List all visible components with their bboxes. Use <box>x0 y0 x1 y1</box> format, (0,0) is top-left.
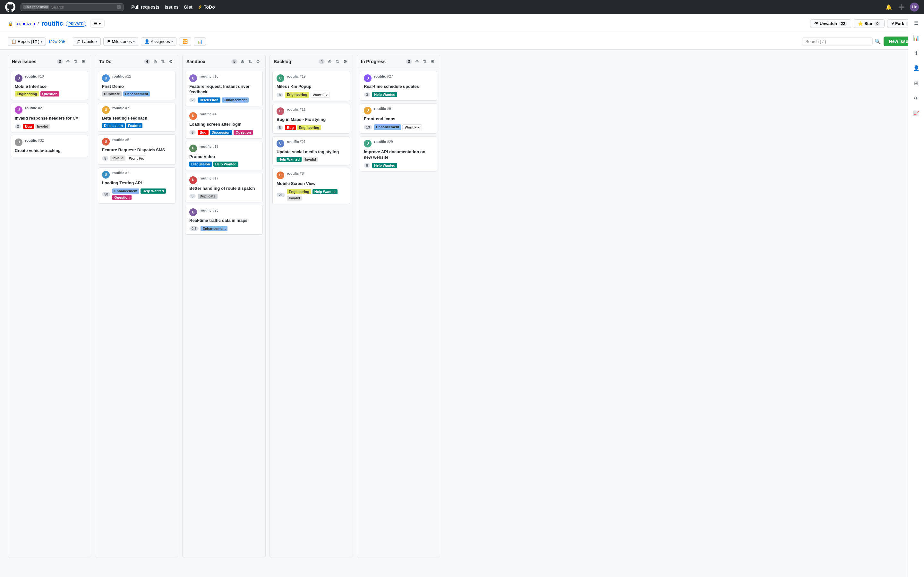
card-labels-card-11: BugEngineering <box>285 125 321 130</box>
list-icon: ☰ <box>94 21 97 26</box>
column-sort-btn-2[interactable]: ⇅ <box>247 58 254 65</box>
card-meta-card-27: routific #27 <box>374 74 393 78</box>
column-settings-btn-1[interactable]: ⚙ <box>168 58 174 65</box>
star-btn[interactable]: ⭐ Star 0 <box>854 19 885 28</box>
card-count-card-29: 8 <box>364 163 370 168</box>
global-search-box[interactable]: This repository / <box>21 3 124 11</box>
label-bug: Bug <box>198 130 208 135</box>
fork-icon: ⑂ <box>891 21 894 26</box>
card-title-card-27: Real-time schedule updates <box>364 84 433 89</box>
card-badge-row-card-4: 5 BugDiscussionQuestion <box>189 130 258 135</box>
card-avatar-card-4: U <box>189 112 197 120</box>
issue-card-card-10[interactable]: U routific #10 Mobile Interface Engineer… <box>11 71 88 100</box>
card-header-card-9: U routific #9 <box>364 107 433 114</box>
issue-card-card-13[interactable]: U routific #13 Promo Video DiscussionHel… <box>185 141 263 170</box>
issues-search-input[interactable] <box>802 37 873 46</box>
assignees-caret-icon: ▾ <box>171 40 173 43</box>
issue-card-card-4[interactable]: U routific #4 Loading screen after login… <box>185 109 263 139</box>
top-nav: This repository / Pull requests Issues G… <box>0 0 924 14</box>
repo-owner-link[interactable]: axiomzen <box>16 21 35 26</box>
label-enhancement: Enhancement <box>222 97 249 103</box>
card-title-card-11: Bug in Maps - Fix styling <box>276 117 346 122</box>
assignees-label: Assignees <box>151 39 170 44</box>
column-settings-btn-2[interactable]: ⚙ <box>255 58 262 65</box>
card-badge-row-card-17: 5 Duplicate <box>189 193 258 199</box>
issue-card-card-12[interactable]: U routific #12 First Demo DuplicateEnhan… <box>98 71 176 100</box>
global-search-input[interactable] <box>51 5 115 10</box>
card-count-card-16: 2 <box>189 98 196 102</box>
show-one-link[interactable]: show one <box>48 39 65 44</box>
sidebar-linechart-btn[interactable]: 📈 <box>911 108 921 118</box>
milestones-caret-icon: ▾ <box>133 40 135 43</box>
column-sort-btn-0[interactable]: ⇅ <box>73 58 79 65</box>
column-add-btn-4[interactable]: ⊕ <box>414 58 420 65</box>
notifications-btn[interactable]: 🔔 <box>884 3 893 11</box>
issue-card-card-32[interactable]: U routific #32 Create vehicle-tracking <box>11 135 88 157</box>
issue-card-card-19[interactable]: U routific #19 Miles / Km Popup 8 Engine… <box>272 71 350 101</box>
label-discussion: Discussion <box>189 161 212 167</box>
new-item-btn[interactable]: ➕ <box>897 3 906 11</box>
labels-btn[interactable]: 🏷 Labels ▾ <box>73 37 100 46</box>
column-add-btn-0[interactable]: ⊕ <box>65 58 71 65</box>
chart-icon-btn[interactable]: 📊 <box>194 37 206 46</box>
nav-link-gist[interactable]: Gist <box>184 5 192 10</box>
sidebar-info-btn[interactable]: ℹ <box>913 50 919 58</box>
column-add-btn-1[interactable]: ⊕ <box>152 58 158 65</box>
issue-card-card-1[interactable]: U routific #1 Loading Testing API 50 Enh… <box>98 167 176 203</box>
issue-card-card-16[interactable]: U routific #16 Feature request: Instant … <box>185 71 263 106</box>
view-selector-btn[interactable]: ☰ ▾ <box>90 19 105 27</box>
column-body-4: U routific #27 Real-time schedule update… <box>357 68 440 557</box>
column-sort-btn-3[interactable]: ⇅ <box>334 58 341 65</box>
issue-card-card-23[interactable]: U routific #23 Real-time traffic data in… <box>185 205 263 235</box>
column-settings-btn-0[interactable]: ⚙ <box>80 58 87 65</box>
user-avatar[interactable]: U▾ <box>910 3 919 11</box>
assignees-btn[interactable]: 👤 Assignees ▾ <box>141 37 176 46</box>
nav-link-pull-requests[interactable]: Pull requests <box>131 5 160 10</box>
label-duplicate: Duplicate <box>198 193 218 199</box>
card-header-card-2: U routific #2 <box>15 106 84 114</box>
card-title-card-23: Real-time traffic data in maps <box>189 218 258 223</box>
column-settings-btn-3[interactable]: ⚙ <box>342 58 349 65</box>
column-settings-btn-4[interactable]: ⚙ <box>429 58 436 65</box>
issue-card-card-11[interactable]: U routific #11 Bug in Maps - Fix styling… <box>272 104 350 134</box>
unwatch-btn[interactable]: 👁 Unwatch 22 <box>810 19 851 28</box>
issue-card-card-5[interactable]: U routific #5 Feature Request: Dispatch … <box>98 134 176 165</box>
issue-card-card-17[interactable]: U routific #17 Better handling of route … <box>185 173 263 203</box>
column-add-btn-2[interactable]: ⊕ <box>239 58 246 65</box>
sidebar-plane-btn[interactable]: ✈ <box>912 93 920 103</box>
issue-card-card-8[interactable]: U routific #8 Mobile Screen View 21 Engi… <box>272 168 350 204</box>
label-help-wanted: Help Wanted <box>312 189 338 194</box>
issue-card-card-7[interactable]: U routific #7 Beta Testing Feedback Disc… <box>98 103 176 132</box>
milestones-btn[interactable]: ⚑ Milestones ▾ <box>103 37 138 46</box>
column-sort-btn-4[interactable]: ⇅ <box>422 58 428 65</box>
nav-link-todo[interactable]: ToDo <box>198 5 215 10</box>
issue-card-card-21[interactable]: U routific #21 Update social media tag s… <box>272 136 350 165</box>
card-meta-card-12: routific #12 <box>112 74 131 78</box>
column-body-2: U routific #16 Feature request: Instant … <box>183 68 265 557</box>
card-badge-row-card-1: 50 EnhancementHelp WantedQuestion <box>102 189 171 200</box>
toolbar-search: 🔍 <box>802 37 881 46</box>
nav-link-issues[interactable]: Issues <box>165 5 179 10</box>
labels-label: Labels <box>82 39 94 44</box>
sidebar-person-btn[interactable]: 👤 <box>911 63 921 73</box>
filter-icon-btn[interactable]: 🔀 <box>179 37 191 46</box>
issue-card-card-9[interactable]: U routific #9 Front-end Icons 13 Enhance… <box>360 103 437 134</box>
issue-card-card-27[interactable]: U routific #27 Real-time schedule update… <box>360 71 437 101</box>
issue-card-card-2[interactable]: U routific #2 Invalid response headers f… <box>11 103 88 132</box>
repo-name-link[interactable]: routific <box>41 20 63 27</box>
card-header-card-17: U routific #17 <box>189 176 258 184</box>
sidebar-grid-btn[interactable]: ⊞ <box>912 78 920 88</box>
card-header-card-29: U routific #29 <box>364 140 433 147</box>
search-submit-btn[interactable]: 🔍 <box>875 39 881 45</box>
column-add-btn-3[interactable]: ⊕ <box>326 58 333 65</box>
label-enhancement: Enhancement <box>123 91 150 97</box>
card-title-card-16: Feature request: Instant driver feedback <box>189 84 258 95</box>
card-count-card-1: 50 <box>102 192 110 197</box>
card-count-card-19: 8 <box>276 93 283 97</box>
toolbar: 📋 Repos (1/1) ▾ show one 🏷 Labels ▾ ⚑ Mi… <box>0 33 924 50</box>
star-icon: ⭐ <box>858 21 863 26</box>
repos-filter-btn[interactable]: 📋 Repos (1/1) ▾ <box>8 37 46 46</box>
column-sort-btn-1[interactable]: ⇅ <box>160 58 166 65</box>
issue-card-card-29[interactable]: U routific #29 Improve API documentation… <box>360 136 437 171</box>
card-title-card-7: Beta Testing Feedback <box>102 116 171 121</box>
